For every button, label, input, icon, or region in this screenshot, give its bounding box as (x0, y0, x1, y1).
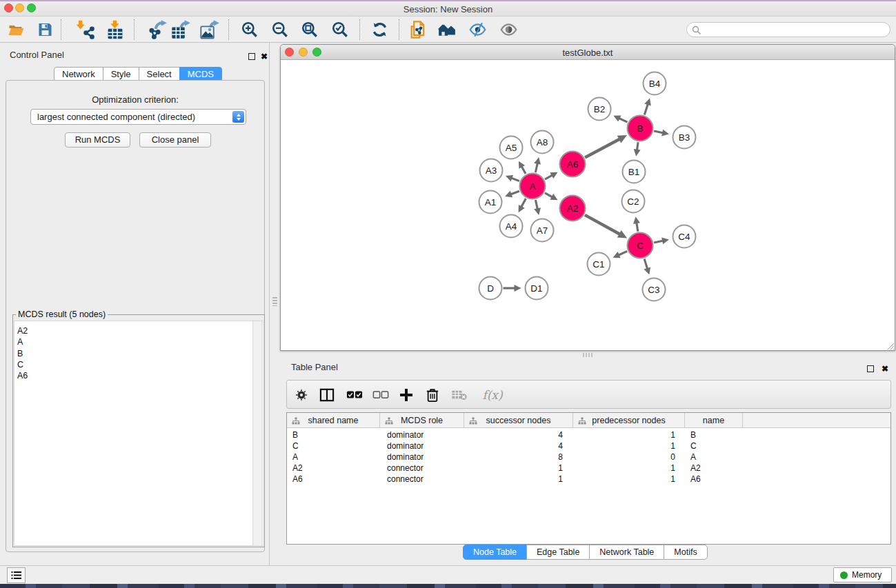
column-header-name[interactable]: name (685, 413, 743, 428)
edge-arrow-A-A8 (534, 157, 541, 165)
node-D1[interactable]: D1 (526, 277, 548, 300)
run-mcds-button[interactable]: Run MCDS (65, 132, 130, 148)
network-window-titlebar[interactable]: testGlobe.txt (281, 45, 895, 60)
node-B3[interactable]: B3 (673, 126, 696, 149)
edge-A-A7[interactable] (535, 200, 537, 210)
edge-A2-C[interactable] (585, 215, 621, 234)
tab-edge-table[interactable]: Edge Table (526, 545, 590, 560)
table-row-C[interactable]: Cdominator41C (287, 440, 890, 452)
edge-C-C3[interactable] (644, 259, 648, 270)
zoom-selected-icon[interactable] (328, 20, 352, 39)
close-panel-icon[interactable]: ✖ (261, 50, 268, 62)
import-table-icon[interactable] (103, 20, 127, 39)
node-B1[interactable]: B1 (623, 161, 646, 183)
delete-table-icon[interactable] (449, 385, 470, 405)
tab-network-table[interactable]: Network Table (589, 545, 664, 560)
node-A7[interactable]: A7 (531, 219, 554, 242)
table-row-A[interactable]: Adominator80A (287, 452, 890, 463)
cell-name: A2 (690, 463, 739, 474)
node-A2[interactable]: A2 (560, 196, 586, 221)
node-A[interactable]: A (520, 174, 546, 199)
zoom-in-icon[interactable] (238, 20, 261, 39)
zoom-fit-icon[interactable] (298, 20, 321, 39)
mcds-scrollbar[interactable] (252, 321, 262, 545)
table-row-B[interactable]: Bdominator41B (287, 429, 890, 440)
column-header-mcds-role[interactable]: MCDS role (380, 413, 464, 428)
tab-network[interactable]: Network (54, 67, 103, 81)
show-column-icon[interactable] (317, 385, 337, 405)
table-row-A6[interactable]: A6connector11A6 (287, 474, 890, 485)
vertical-splitter-handle[interactable] (272, 297, 277, 306)
open-session-icon[interactable] (4, 20, 28, 39)
edge-arrow-D-D1 (515, 285, 521, 292)
window-resize-grip[interactable] (887, 343, 895, 350)
export-table-icon[interactable] (169, 20, 192, 39)
edge-A-A8[interactable] (535, 163, 537, 172)
node-A3[interactable]: A3 (480, 159, 503, 182)
cell-shared-name: A2 (292, 463, 375, 474)
save-session-icon[interactable] (33, 20, 57, 39)
function-builder-icon[interactable]: f(x) (477, 385, 508, 405)
edge-B-B3[interactable] (654, 131, 664, 133)
table-row-A2[interactable]: A2connector11A2 (287, 463, 890, 474)
column-header-predecessor-nodes[interactable]: predecessor nodes (573, 413, 685, 428)
node-A1[interactable]: A1 (479, 191, 502, 214)
tab-style[interactable]: Style (103, 67, 139, 81)
tab-select[interactable]: Select (139, 67, 180, 81)
edge-A6-B[interactable] (585, 139, 620, 157)
node-A4[interactable]: A4 (500, 215, 523, 238)
zoom-out-icon[interactable] (268, 20, 292, 39)
node-B4[interactable]: B4 (644, 72, 666, 95)
node-A5[interactable]: A5 (500, 136, 523, 159)
cell-shared-name: C (292, 440, 375, 452)
search-input[interactable] (686, 22, 890, 37)
export-image-icon[interactable] (198, 20, 221, 39)
refresh-icon[interactable] (368, 20, 391, 39)
node-C4[interactable]: C4 (673, 225, 696, 248)
edge-A-A1[interactable] (510, 191, 519, 194)
node-C3[interactable]: C3 (643, 278, 666, 301)
clone-network-icon[interactable] (406, 20, 430, 39)
unselect-all-columns-icon[interactable] (370, 385, 391, 405)
edge-A-A4[interactable] (521, 199, 526, 207)
tab-mcds[interactable]: MCDS (179, 67, 222, 81)
edge-C-C1[interactable] (618, 251, 627, 255)
export-network-icon[interactable] (146, 20, 169, 39)
tab-motifs[interactable]: Motifs (664, 545, 707, 560)
mcds-result-list[interactable]: A2ABCA6 (14, 321, 263, 546)
edge-B-B2[interactable] (619, 118, 628, 122)
app-titlebar: Session: New Session (0, 0, 896, 17)
tab-node-table[interactable]: Node Table (463, 545, 527, 560)
column-header-shared-name[interactable]: shared name (287, 413, 380, 428)
node-B2[interactable]: B2 (588, 98, 611, 121)
node-C2[interactable]: C2 (622, 190, 645, 213)
node-B[interactable]: B (628, 116, 653, 141)
select-all-columns-icon[interactable] (344, 385, 365, 405)
import-network-icon[interactable] (73, 20, 97, 39)
node-A6[interactable]: A6 (560, 152, 586, 177)
node-C1[interactable]: C1 (588, 253, 610, 276)
edge-C-C2[interactable] (637, 222, 638, 232)
table-close-panel-icon[interactable]: ✖ (882, 362, 888, 374)
create-column-icon[interactable] (396, 385, 417, 405)
hide-panels-icon[interactable] (466, 20, 489, 39)
edge-B-B4[interactable] (644, 103, 648, 114)
node-A8[interactable]: A8 (531, 131, 554, 154)
horizontal-splitter-handle[interactable] (583, 353, 593, 357)
delete-column-icon[interactable] (422, 385, 443, 405)
close-panel-button[interactable]: Close panel (139, 132, 211, 148)
table-settings-icon[interactable] (291, 385, 312, 405)
memory-button[interactable]: Memory (833, 567, 892, 582)
edge-C-C4[interactable] (654, 241, 664, 243)
node-label-B1: B1 (628, 167, 640, 177)
float-panel-icon[interactable] (248, 50, 255, 63)
show-panels-icon[interactable] (497, 20, 520, 39)
node-D[interactable]: D (479, 277, 502, 300)
home-icon[interactable] (435, 20, 459, 39)
column-header-successor-nodes[interactable]: successor nodes (464, 413, 573, 428)
network-graph[interactable]: B4B2BB3A8A5A6A3B1AA1C2A2A4A7C4CC1C3DD1 (281, 61, 895, 351)
task-history-button[interactable] (7, 567, 26, 583)
node-C[interactable]: C (628, 233, 653, 258)
table-float-panel-icon[interactable] (867, 363, 874, 375)
criterion-select[interactable]: largest connected component (directed) (30, 109, 246, 125)
